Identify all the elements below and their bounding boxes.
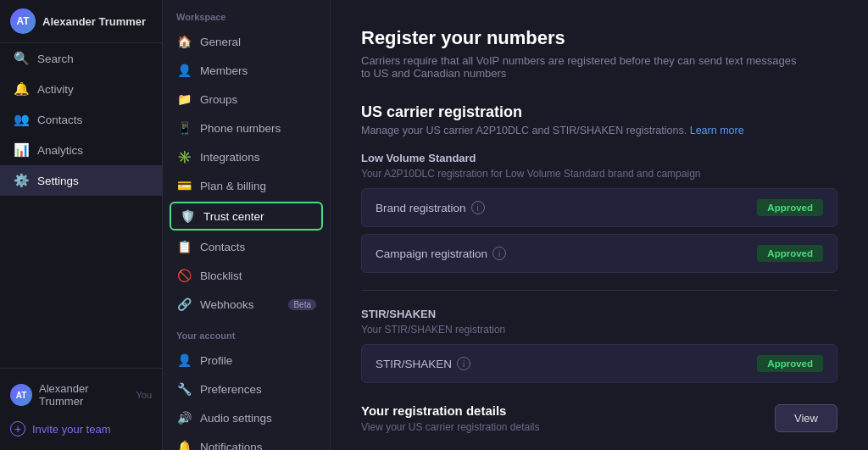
mid-label-members: Members	[200, 64, 248, 77]
mid-item-phone-numbers[interactable]: 📱 Phone numbers	[163, 114, 330, 142]
invite-team-button[interactable]: + Invite your team	[0, 414, 162, 443]
mid-item-contacts[interactable]: 📋 Contacts	[163, 232, 330, 261]
mid-item-groups[interactable]: 📁 Groups	[163, 85, 330, 114]
campaign-approved-badge: Approved	[757, 245, 823, 262]
audio-icon: 🔊	[176, 410, 192, 425]
settings-icon: ⚙️	[14, 173, 29, 188]
details-subtitle: View your US carrier registration detail…	[361, 421, 540, 433]
left-nav: 🔍 Search 🔔 Activity 👥 Contacts 📊 Analyti…	[0, 43, 162, 196]
mid-label-trust: Trust center	[203, 210, 264, 223]
low-volume-title: Low Volume Standard	[361, 152, 837, 164]
blocklist-icon: 🚫	[176, 268, 192, 283]
mid-label-general: General	[200, 36, 241, 48]
mid-label-audio: Audio settings	[200, 412, 272, 425]
mid-item-trust-center[interactable]: 🛡️ Trust center	[170, 202, 323, 231]
profile-icon: 👤	[176, 353, 192, 368]
campaign-reg-row: Campaign registration i Approved	[361, 234, 837, 273]
contacts-icon: 👥	[14, 112, 29, 127]
mid-item-notifications[interactable]: 🔔 Notifications	[163, 432, 330, 450]
mid-label-contacts: Contacts	[200, 241, 245, 253]
nav-label-settings: Settings	[37, 175, 79, 187]
contacts2-icon: 📋	[176, 239, 192, 254]
nav-label-search: Search	[37, 53, 74, 65]
plus-icon: +	[10, 421, 25, 436]
integrations-icon: ✳️	[176, 149, 192, 164]
billing-icon: 💳	[176, 178, 192, 193]
avatar: AT	[10, 8, 36, 34]
campaign-reg-label: Campaign registration	[376, 247, 487, 260]
account-section-label: Your account	[163, 319, 330, 346]
mid-item-blocklist[interactable]: 🚫 Blocklist	[163, 261, 330, 290]
you-label: You	[136, 390, 152, 400]
details-title: Your registration details	[361, 403, 540, 418]
mid-item-plan-billing[interactable]: 💳 Plan & billing	[163, 171, 330, 200]
mid-label-webhooks: Webhooks	[200, 298, 254, 311]
stir-title: STIR/SHAKEN	[361, 308, 837, 320]
sidebar-bottom: AT Alexander Trummer You + Invite your t…	[0, 368, 162, 450]
bottom-avatar: AT	[10, 384, 32, 406]
mid-label-integrations: Integrations	[200, 151, 260, 164]
nav-item-activity[interactable]: 🔔 Activity	[0, 74, 162, 104]
mid-item-webhooks[interactable]: 🔗 Webhooks Beta	[163, 290, 330, 319]
mid-item-audio[interactable]: 🔊 Audio settings	[163, 403, 330, 432]
stir-approved-badge: Approved	[757, 355, 823, 372]
mid-label-phone: Phone numbers	[200, 122, 281, 135]
stir-desc: Your STIR/SHAKEN registration	[361, 324, 837, 336]
nav-label-contacts: Contacts	[37, 114, 82, 126]
us-section-desc: Manage your US carrier A2P10DLC and STIR…	[361, 125, 837, 136]
nav-label-activity: Activity	[37, 83, 74, 96]
mid-item-profile[interactable]: 👤 Profile	[163, 346, 330, 375]
brand-reg-label: Brand registration	[376, 202, 466, 214]
trust-icon: 🛡️	[180, 208, 195, 224]
nav-item-search[interactable]: 🔍 Search	[0, 43, 162, 74]
user-header: AT Alexander Trummer	[0, 0, 162, 43]
user-bottom: AT Alexander Trummer You	[0, 375, 162, 414]
brand-info-icon[interactable]: i	[471, 201, 485, 214]
mid-sidebar: Workspace 🏠 General 👤 Members 📁 Groups 📱…	[163, 0, 331, 450]
us-section-title: US carrier registration	[361, 103, 837, 121]
mid-item-preferences[interactable]: 🔧 Preferences	[163, 375, 330, 403]
nav-item-settings[interactable]: ⚙️ Settings	[0, 165, 162, 196]
mid-label-billing: Plan & billing	[200, 180, 266, 192]
groups-icon: 📁	[176, 92, 192, 107]
webhooks-icon: 🔗	[176, 297, 192, 312]
analytics-icon: 📊	[14, 142, 29, 158]
learn-more-link[interactable]: Learn more	[690, 125, 744, 136]
bottom-user-name: Alexander Trummer	[39, 382, 127, 408]
nav-item-analytics[interactable]: 📊 Analytics	[0, 135, 162, 165]
mid-label-groups: Groups	[200, 93, 237, 106]
brand-reg-row: Brand registration i Approved	[361, 188, 837, 227]
page-title: Register your numbers	[361, 27, 837, 49]
details-row: Your registration details View your US c…	[361, 403, 837, 433]
invite-label: Invite your team	[32, 423, 111, 436]
notifications-icon: 🔔	[176, 439, 192, 450]
brand-approved-badge: Approved	[757, 199, 823, 216]
search-icon: 🔍	[14, 51, 29, 66]
view-button[interactable]: View	[775, 404, 837, 432]
page-subtitle: Carriers require that all VoIP numbers a…	[361, 54, 802, 80]
user-name: Alexander Trummer	[42, 15, 146, 28]
campaign-info-icon[interactable]: i	[492, 247, 506, 260]
members-icon: 👤	[176, 63, 192, 78]
stir-label-group: STIR/SHAKEN i	[376, 357, 470, 370]
workspace-section-label: Workspace	[163, 0, 330, 27]
webhooks-beta-badge: Beta	[288, 299, 316, 310]
stir-info-icon[interactable]: i	[457, 357, 470, 370]
general-icon: 🏠	[176, 34, 192, 49]
preferences-icon: 🔧	[176, 381, 192, 397]
left-sidebar: AT Alexander Trummer 🔍 Search 🔔 Activity…	[0, 0, 163, 450]
mid-item-members[interactable]: 👤 Members	[163, 56, 330, 85]
mid-label-profile: Profile	[200, 354, 232, 367]
mid-label-notifications: Notifications	[200, 441, 263, 451]
stir-label: STIR/SHAKEN	[376, 358, 452, 370]
stir-reg-row: STIR/SHAKEN i Approved	[361, 344, 837, 383]
campaign-reg-label-group: Campaign registration i	[376, 247, 506, 260]
details-text-block: Your registration details View your US c…	[361, 403, 540, 433]
section-divider	[361, 290, 837, 291]
mid-label-preferences: Preferences	[200, 383, 262, 396]
nav-item-contacts[interactable]: 👥 Contacts	[0, 104, 162, 135]
mid-item-integrations[interactable]: ✳️ Integrations	[163, 142, 330, 171]
mid-item-general[interactable]: 🏠 General	[163, 27, 330, 56]
phone-icon: 📱	[176, 120, 192, 136]
brand-reg-label-group: Brand registration i	[376, 201, 485, 214]
